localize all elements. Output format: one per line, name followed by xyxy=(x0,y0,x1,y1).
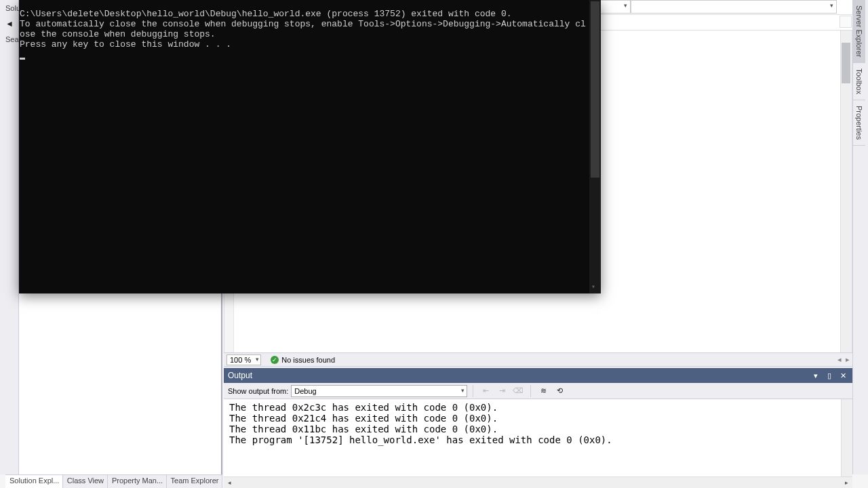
console-scrollbar[interactable]: ▾ xyxy=(589,0,601,293)
show-output-from-label: Show output from: xyxy=(228,387,288,395)
output-line: The thread 0x11bc has exited with code 0… xyxy=(229,424,498,434)
issues-status: No issues found xyxy=(281,356,335,364)
left-sidebar: Solu ◄ Sea xyxy=(0,0,19,474)
clear-icon[interactable]: ⌫ xyxy=(511,384,525,398)
output-toolbar: Show output from: Debug ⇤ ⇥ ⌫ ≋ ⟲ xyxy=(224,383,852,399)
editor-scrollbar[interactable] xyxy=(840,30,852,353)
output-line: The thread 0x21c4 has exited with code 0… xyxy=(229,413,498,424)
scroll-down-icon[interactable]: ▾ xyxy=(591,282,595,292)
scroll-left-icon[interactable]: ◂ xyxy=(224,477,235,489)
output-scrollbar[interactable] xyxy=(841,399,852,476)
zoom-combo[interactable]: 100 % xyxy=(226,354,261,365)
console-line: To automatically close the console when … xyxy=(20,19,586,39)
separator xyxy=(473,385,473,397)
tab-server-explorer[interactable]: Server Explorer xyxy=(853,0,865,63)
new-split-icon[interactable] xyxy=(840,16,852,28)
clear-all-icon[interactable]: ⟲ xyxy=(553,384,566,398)
toggle-wordwrap-icon[interactable]: ≋ xyxy=(536,384,550,398)
goto-prev-icon[interactable]: ⇤ xyxy=(479,384,492,398)
tab-class-view[interactable]: Class View xyxy=(63,475,108,488)
back-icon[interactable]: ◄ xyxy=(1,16,18,31)
separator xyxy=(530,385,531,397)
close-icon[interactable]: ✕ xyxy=(837,370,848,381)
search-label[interactable]: Sea xyxy=(5,35,19,49)
tab-solution-explorer[interactable]: Solution Expl... xyxy=(5,475,63,488)
output-hscrollbar[interactable]: ◂ ▸ xyxy=(224,476,852,488)
solution-explorer-tab-label[interactable]: Solu xyxy=(5,4,20,12)
output-source-value: Debug xyxy=(294,387,316,395)
console-text[interactable]: C:\Users\delete\Desktop\hello_world\Debu… xyxy=(20,9,589,293)
tab-team-explorer[interactable]: Team Explorer xyxy=(167,475,222,488)
output-panel: Output ▾ ▯ ✕ Show output from: Debug ⇤ ⇥… xyxy=(224,368,852,488)
output-title-label: Output xyxy=(228,371,252,380)
output-titlebar[interactable]: Output ▾ ▯ ✕ xyxy=(224,368,852,383)
console-line: C:\Users\delete\Desktop\hello_world\Debu… xyxy=(20,9,512,19)
pin-icon[interactable]: ▯ xyxy=(824,370,835,381)
zoom-value: 100 % xyxy=(230,356,251,364)
check-icon: ✓ xyxy=(271,356,279,364)
editor-status-bar: 100 % ✓ No issues found ◂ ▸ xyxy=(224,352,852,367)
output-source-combo[interactable]: Debug xyxy=(291,385,467,397)
collapse-right-icon[interactable]: ▸ xyxy=(846,355,850,364)
output-text[interactable]: The thread 0x2c3c has exited with code 0… xyxy=(224,399,852,476)
goto-next-icon[interactable]: ⇥ xyxy=(495,384,509,398)
solution-explorer-tabs: Solution Expl... Class View Property Man… xyxy=(5,474,222,488)
console-cursor xyxy=(20,58,25,60)
output-line: The thread 0x2c3c has exited with code 0… xyxy=(229,402,498,413)
tab-properties[interactable]: Properties xyxy=(853,100,865,146)
collapse-left-icon[interactable]: ◂ xyxy=(837,355,842,364)
window-dropdown-icon[interactable]: ▾ xyxy=(810,370,821,381)
right-toolbox-strip: Server Explorer Toolbox Properties xyxy=(852,0,868,474)
editor-scrollbar-thumb[interactable] xyxy=(842,43,850,83)
console-line: Press any key to close this window . . . xyxy=(20,39,231,49)
scroll-right-icon[interactable]: ▸ xyxy=(841,477,852,489)
tab-property-manager[interactable]: Property Man... xyxy=(108,475,167,488)
debug-console-window[interactable]: C:\Users\delete\Desktop\hello_world\Debu… xyxy=(19,0,601,293)
member-combo[interactable] xyxy=(631,0,837,14)
tab-toolbox[interactable]: Toolbox xyxy=(853,63,865,100)
console-scrollbar-thumb[interactable] xyxy=(591,1,599,178)
output-line: The program '[13752] hello_world.exe' ha… xyxy=(229,434,612,445)
